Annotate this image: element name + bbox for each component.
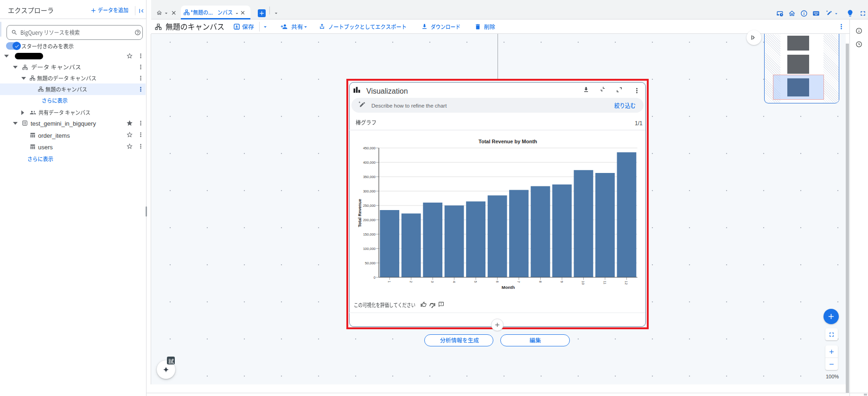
svg-text:10: 10 xyxy=(581,281,585,285)
svg-text:6: 6 xyxy=(495,281,499,283)
svg-text:400,000: 400,000 xyxy=(363,160,376,165)
svg-text:Total Revenue: Total Revenue xyxy=(357,199,362,227)
svg-text:350,000: 350,000 xyxy=(363,175,376,179)
svg-text:8: 8 xyxy=(538,281,542,283)
svg-text:Total Revenue by Month: Total Revenue by Month xyxy=(479,139,537,144)
svg-text:3: 3 xyxy=(430,281,434,283)
svg-text:4: 4 xyxy=(452,281,456,283)
svg-text:11: 11 xyxy=(603,281,607,285)
svg-text:450,000: 450,000 xyxy=(363,146,376,150)
svg-text:5: 5 xyxy=(473,281,478,283)
svg-text:250,000: 250,000 xyxy=(363,204,376,208)
svg-text:1: 1 xyxy=(387,281,391,283)
svg-text:9: 9 xyxy=(560,281,564,283)
svg-text:2: 2 xyxy=(409,281,413,283)
svg-text:100,000: 100,000 xyxy=(363,247,376,251)
svg-text:300,000: 300,000 xyxy=(363,189,376,193)
svg-text:12: 12 xyxy=(624,281,628,285)
svg-text:0: 0 xyxy=(374,275,376,280)
svg-text:50,000: 50,000 xyxy=(365,261,376,265)
svg-text:7: 7 xyxy=(517,281,521,283)
svg-text:150,000: 150,000 xyxy=(363,232,376,236)
svg-text:Month: Month xyxy=(502,285,515,290)
svg-text:200,000: 200,000 xyxy=(363,218,376,222)
